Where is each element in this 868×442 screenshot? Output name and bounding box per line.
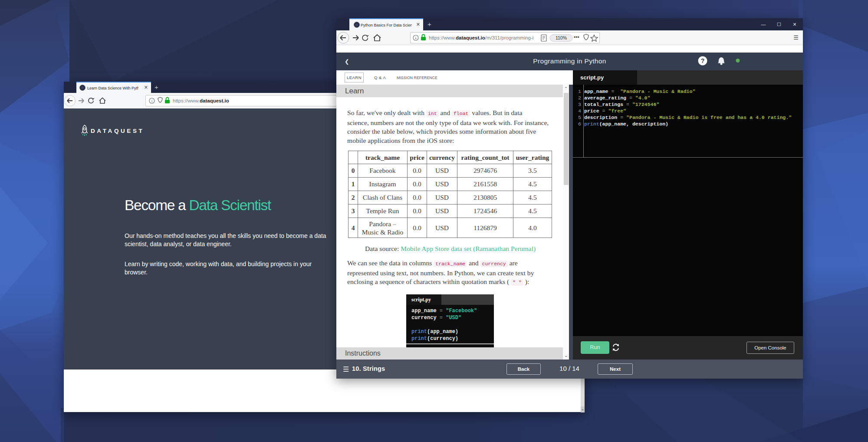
svg-text:i: i bbox=[151, 99, 152, 103]
svg-text:110%: 110% bbox=[556, 35, 567, 40]
svg-text:https://www.dataquest.io: https://www.dataquest.io bbox=[173, 98, 229, 103]
svg-text:•••: ••• bbox=[574, 34, 579, 40]
svg-text:?: ? bbox=[701, 57, 705, 64]
svg-text:https://www.dataquest.io/m/311: https://www.dataquest.io/m/311/programmi… bbox=[429, 35, 533, 40]
